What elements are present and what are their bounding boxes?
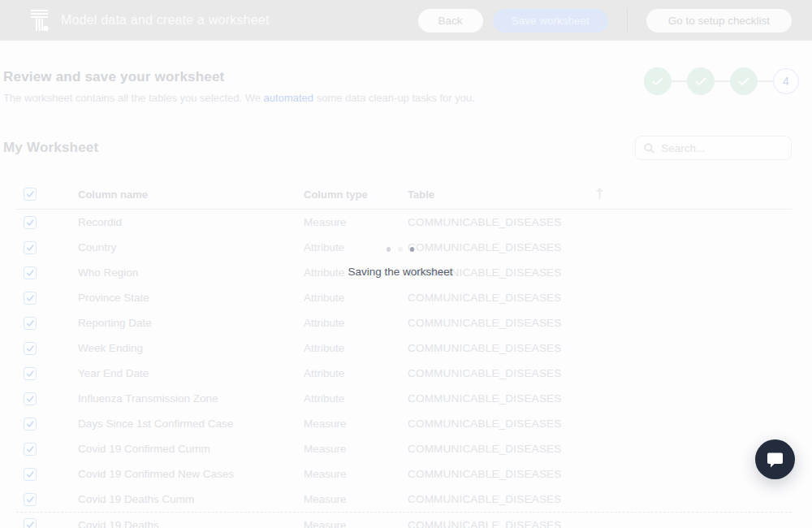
table-row: Influenza Transmission Zone Attribute CO… bbox=[16, 386, 792, 411]
table-name-cell: COMMUNICABLE_DISEASES bbox=[408, 418, 792, 430]
column-type-cell: Measure bbox=[304, 418, 408, 430]
column-type-cell: Attribute bbox=[304, 392, 408, 405]
column-type-cell: Measure bbox=[304, 216, 408, 228]
table-name-cell: COMMUNICABLE_DISEASES bbox=[408, 317, 792, 329]
column-type-cell: Attribute bbox=[304, 317, 408, 329]
automated-link[interactable]: automated bbox=[264, 92, 313, 104]
table-name-cell: COMMUNICABLE_DISEASES bbox=[408, 342, 792, 354]
column-name-cell: Covid 19 Deaths bbox=[78, 519, 304, 528]
speech-bubble-icon bbox=[766, 451, 784, 469]
thoughtspot-logo-icon bbox=[31, 9, 49, 32]
checkmark-icon bbox=[25, 444, 35, 454]
row-checkbox[interactable] bbox=[24, 518, 37, 528]
checkmark-icon bbox=[25, 318, 35, 328]
row-checkbox[interactable] bbox=[24, 241, 37, 254]
step-2-done bbox=[687, 67, 715, 95]
sort-ascending-icon[interactable] bbox=[595, 188, 604, 203]
column-name-cell: Covid 19 Confirmed Cumm bbox=[78, 443, 304, 455]
table-name-cell: COMMUNICABLE_DISEASES bbox=[408, 216, 792, 228]
checkmark-icon bbox=[695, 77, 706, 86]
column-name-cell: Recordid bbox=[78, 216, 304, 228]
row-checkbox[interactable] bbox=[24, 418, 37, 431]
saving-status-text: Saving the worksheet bbox=[319, 266, 482, 278]
table-name-cell: COMMUNICABLE_DISEASES bbox=[408, 367, 792, 379]
page-content: Review and save your worksheet The works… bbox=[0, 41, 812, 528]
row-checkbox[interactable] bbox=[24, 392, 37, 405]
review-text-block: Review and save your worksheet The works… bbox=[3, 69, 475, 104]
column-type-cell: Attribute bbox=[304, 292, 408, 304]
topbar-actions: Back Save worksheet Go to setup checklis… bbox=[418, 8, 792, 32]
row-checkbox[interactable] bbox=[24, 367, 37, 380]
step-3-done bbox=[730, 67, 758, 95]
column-type-cell: Measure bbox=[304, 519, 408, 528]
step-connector bbox=[672, 80, 687, 82]
checkmark-icon bbox=[652, 77, 663, 86]
column-name-cell: Week Ending bbox=[78, 342, 304, 354]
select-all-checkbox[interactable] bbox=[24, 188, 37, 201]
column-name-cell: Influenza Transmission Zone bbox=[78, 392, 304, 405]
chat-widget-button[interactable] bbox=[755, 439, 795, 479]
checkmark-icon bbox=[25, 189, 35, 199]
table-row: Days Since 1st Confirmed Case Measure CO… bbox=[16, 411, 792, 436]
review-header: Review and save your worksheet The works… bbox=[3, 69, 792, 104]
table-row: Week Ending Attribute COMMUNICABLE_DISEA… bbox=[16, 335, 792, 361]
worksheet-title: My Worksheet bbox=[3, 140, 98, 156]
checkmark-icon bbox=[25, 243, 35, 253]
back-button[interactable]: Back bbox=[418, 9, 483, 32]
saving-loader: Saving the worksheet bbox=[319, 247, 482, 278]
table-row: Covid 19 Deaths Cumm Measure COMMUNICABL… bbox=[16, 487, 792, 512]
loading-dots-icon bbox=[319, 247, 482, 252]
checkmark-icon bbox=[25, 369, 35, 379]
column-type-cell: Attribute bbox=[304, 342, 408, 354]
checkmark-icon bbox=[25, 293, 35, 303]
checkmark-icon bbox=[25, 495, 35, 504]
row-checkbox[interactable] bbox=[24, 468, 37, 481]
search-input[interactable] bbox=[661, 142, 783, 154]
row-checkbox[interactable] bbox=[24, 216, 37, 229]
column-name-cell: Reporting Date bbox=[78, 317, 304, 329]
row-checkbox[interactable] bbox=[24, 266, 37, 279]
step-connector bbox=[758, 80, 773, 82]
column-header-type[interactable]: Column type bbox=[304, 188, 408, 201]
step-1-done bbox=[644, 67, 672, 95]
topbar-divider bbox=[627, 8, 628, 32]
table-row: Covid 19 Confirmed New Cases Measure COM… bbox=[16, 461, 792, 487]
row-checkbox[interactable] bbox=[24, 292, 37, 305]
checkmark-icon bbox=[738, 77, 749, 86]
search-box bbox=[635, 136, 792, 160]
page-title: Model data and create a worksheet bbox=[61, 13, 418, 28]
review-subtitle: The worksheet contains all the tables yo… bbox=[3, 92, 475, 104]
worksheet-header: My Worksheet bbox=[3, 136, 792, 160]
app-window: Model data and create a worksheet Back S… bbox=[0, 0, 812, 528]
table-row: Recordid Measure COMMUNICABLE_DISEASES bbox=[16, 210, 792, 235]
step-connector bbox=[715, 80, 730, 82]
table-row: Covid 19 Confirmed Cumm Measure COMMUNIC… bbox=[16, 436, 792, 461]
column-name-cell: Who Region bbox=[78, 266, 304, 279]
step-4-current: 4 bbox=[773, 68, 799, 94]
columns-table: Column name Column type Table Recordid M… bbox=[16, 180, 792, 528]
column-name-cell: Days Since 1st Confirmed Case bbox=[78, 418, 304, 430]
go-to-setup-checklist-button[interactable]: Go to setup checklist bbox=[646, 9, 792, 32]
column-type-cell: Measure bbox=[304, 443, 408, 455]
table-name-cell: COMMUNICABLE_DISEASES bbox=[408, 468, 792, 480]
checkmark-icon bbox=[25, 268, 35, 278]
review-title: Review and save your worksheet bbox=[3, 69, 475, 85]
row-checkbox[interactable] bbox=[24, 342, 37, 355]
checkmark-icon bbox=[25, 344, 35, 353]
table-row: Province State Attribute COMMUNICABLE_DI… bbox=[16, 285, 792, 310]
checkmark-icon bbox=[25, 419, 35, 429]
row-checkbox[interactable] bbox=[24, 443, 37, 456]
column-name-cell: Province State bbox=[78, 292, 304, 304]
row-checkbox[interactable] bbox=[24, 317, 37, 330]
table-name-cell: COMMUNICABLE_DISEASES bbox=[408, 519, 792, 528]
table-name-cell: COMMUNICABLE_DISEASES bbox=[408, 493, 792, 505]
subtitle-text-after: some data clean-up tasks for you. bbox=[313, 92, 475, 104]
column-name-cell: Country bbox=[78, 241, 304, 253]
column-type-cell: Measure bbox=[304, 493, 408, 505]
save-worksheet-button[interactable]: Save worksheet bbox=[493, 9, 608, 32]
row-checkbox[interactable] bbox=[24, 493, 37, 506]
column-header-name[interactable]: Column name bbox=[78, 188, 304, 201]
checkmark-icon bbox=[25, 520, 35, 528]
column-name-cell: Covid 19 Deaths Cumm bbox=[78, 493, 304, 505]
wizard-stepper: 4 bbox=[644, 67, 799, 95]
